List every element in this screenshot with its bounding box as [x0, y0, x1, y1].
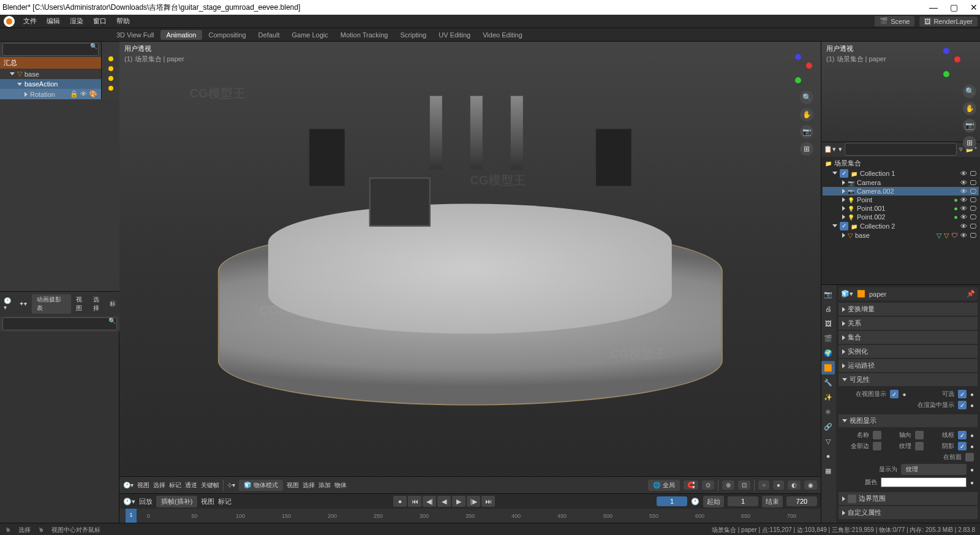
close-button[interactable]: ✕ — [970, 2, 978, 12]
point002-row[interactable]: Point.002 ● 👁 🖵 — [823, 213, 979, 221]
autokeying-button[interactable]: ● — [393, 496, 407, 507]
tab-animation[interactable]: Animation — [160, 30, 203, 40]
tab-videoediting[interactable]: Video Editing — [477, 30, 529, 40]
tab-viewlayer[interactable]: 🖼 — [821, 317, 835, 330]
camera-row[interactable]: Camera 👁 🖵 — [823, 178, 979, 187]
menu-window[interactable]: 窗口 — [88, 17, 111, 26]
nav-gizmo[interactable] — [783, 54, 813, 85]
tab-physics[interactable]: ⚛ — [821, 405, 835, 419]
tab-scene[interactable]: 🎬 — [821, 332, 835, 345]
selectable-checkbox[interactable] — [958, 390, 967, 398]
start-frame-input[interactable]: 1 — [728, 496, 758, 506]
editor-type-icon[interactable]: 🕐▾ — [123, 498, 135, 506]
tab-compositing[interactable]: Compositing — [202, 30, 252, 40]
tab-material[interactable]: ● — [821, 449, 835, 463]
tab-data[interactable]: ▽ — [821, 434, 835, 448]
shading-wire[interactable]: ○ — [758, 480, 769, 490]
pan-icon[interactable]: ✋ — [800, 108, 813, 121]
editor-type-icon[interactable]: 🕐▾ — [4, 297, 14, 311]
scene-selector[interactable]: 🎬 Scene — [875, 16, 914, 26]
collection2-row[interactable]: Collection 2 👁 🖵 — [823, 221, 979, 231]
name-checkbox[interactable] — [873, 431, 881, 439]
display-mode-icon[interactable]: ▾ — [839, 145, 842, 153]
display-as-select[interactable]: 纹理 — [901, 464, 966, 475]
marker-menu[interactable]: 标记 — [169, 481, 181, 490]
play-button[interactable]: ▶ — [452, 496, 466, 507]
tab-world[interactable]: 🌍 — [821, 346, 835, 360]
tab-render[interactable]: 📷 — [821, 287, 835, 301]
dopesheet-graph-area[interactable] — [0, 332, 119, 523]
y-axis-icon[interactable] — [795, 77, 801, 83]
color-field[interactable] — [881, 477, 967, 487]
tab-scripting[interactable]: Scripting — [394, 30, 432, 40]
view-menu2[interactable]: 视图 — [287, 481, 299, 490]
shading-solid[interactable]: ● — [773, 480, 784, 490]
shading-matprev[interactable]: ◐ — [788, 480, 801, 490]
keyframe-icon[interactable] — [108, 56, 113, 61]
zoom-icon[interactable]: 🔍 — [800, 91, 813, 104]
tab-uvediting[interactable]: UV Editing — [432, 30, 477, 40]
section-bounds[interactable]: 边界范围 — [839, 492, 978, 505]
alledges-checkbox[interactable] — [873, 442, 881, 450]
object-menu[interactable]: 物体 — [334, 481, 347, 490]
tab-3dviewfull[interactable]: 3D View Full — [110, 30, 160, 40]
point001-row[interactable]: Point.001 ● 👁 🖵 — [823, 204, 979, 213]
x-axis-icon[interactable] — [806, 63, 812, 69]
tab-modifier[interactable]: 🔧 — [821, 376, 835, 389]
section-visibility[interactable]: 可见性 — [839, 373, 978, 386]
visibility-icon[interactable]: 👁 — [960, 170, 967, 177]
camera002-row[interactable]: Camera.002 👁 🖵 — [823, 187, 979, 195]
playhead[interactable]: 1 — [126, 509, 137, 523]
keyframe-icon[interactable] — [108, 66, 113, 71]
snap-button[interactable]: 🧲 — [684, 480, 698, 490]
timeline-ruler[interactable]: 1 0 50 100 150 200 250 300 350 400 450 5… — [119, 509, 821, 523]
secondary-viewport[interactable]: 用户透视 (1) 场景集合 | paper 🔍 ✋ 📷 ⊞ — [821, 42, 980, 142]
jump-end-button[interactable]: ⏭ — [481, 496, 495, 507]
section-viewport-display[interactable]: 视图显示 — [839, 414, 978, 427]
menu-file[interactable]: 文件 — [18, 17, 42, 26]
dopesheet-search-input[interactable] — [2, 43, 99, 56]
tab-output[interactable]: 🖨 — [821, 302, 835, 316]
dopesheet-search-input2[interactable] — [2, 317, 117, 330]
shadow-checkbox[interactable] — [958, 442, 967, 450]
keyframe-column[interactable] — [101, 42, 119, 99]
tab-gamelogic[interactable]: Game Logic — [285, 30, 334, 40]
editor-type-icon[interactable]: 🕐▾ — [123, 482, 134, 488]
rotation-row[interactable]: Rotation 🔒 👁 🎨 — [0, 89, 101, 99]
show-viewport-checkbox[interactable] — [890, 390, 899, 398]
tab-constraint[interactable]: 🔗 — [821, 420, 835, 433]
view-menu[interactable]: 视图 — [137, 481, 149, 490]
object-name[interactable]: paper — [869, 290, 886, 298]
scene-collection-row[interactable]: 场景集合 — [823, 158, 979, 169]
persp-icon[interactable]: ⊞ — [963, 136, 976, 150]
select-menu[interactable]: 选择 — [153, 481, 165, 490]
keyframe-icon[interactable] — [108, 76, 113, 81]
section-collections[interactable]: 集合 — [839, 331, 978, 344]
z-axis-icon[interactable] — [795, 54, 801, 60]
xray-button[interactable]: ⊡ — [738, 480, 750, 490]
next-keyframe-button[interactable]: |▶ — [467, 496, 480, 507]
add-menu[interactable]: 添加 — [318, 481, 331, 490]
nav-gizmo2[interactable] — [931, 48, 962, 78]
select-menu[interactable]: 选择 — [93, 295, 105, 313]
keying-menu[interactable]: 插帧(插补) — [156, 496, 197, 507]
point-row[interactable]: Point ● 👁 🖵 — [823, 195, 979, 204]
section-instancing[interactable]: 实例化 — [839, 345, 978, 358]
minimize-button[interactable]: — — [929, 2, 938, 12]
blender-logo-icon[interactable] — [4, 16, 15, 27]
baseaction-row[interactable]: baseAction — [0, 79, 101, 89]
show-render-checkbox[interactable] — [958, 401, 967, 409]
tab-texture[interactable]: ▦ — [821, 464, 835, 477]
menu-edit[interactable]: 编辑 — [42, 17, 65, 26]
jump-start-button[interactable]: ⏮ — [408, 496, 421, 507]
play-reverse-button[interactable]: ◀ — [437, 496, 451, 507]
section-motion[interactable]: 运动路径 — [839, 359, 978, 372]
section-transform[interactable]: 变换增量 — [839, 303, 978, 316]
pan-icon[interactable]: ✋ — [963, 102, 976, 115]
menu-help[interactable]: 帮助 — [111, 17, 135, 26]
section-relations[interactable]: 关系 — [839, 317, 978, 330]
mode-select[interactable]: 🧊 物体模式 — [239, 480, 283, 491]
tab-default[interactable]: Default — [252, 30, 286, 40]
overlays-button[interactable]: ⊕ — [722, 480, 734, 490]
proportional-button[interactable]: ⊙ — [702, 480, 714, 490]
